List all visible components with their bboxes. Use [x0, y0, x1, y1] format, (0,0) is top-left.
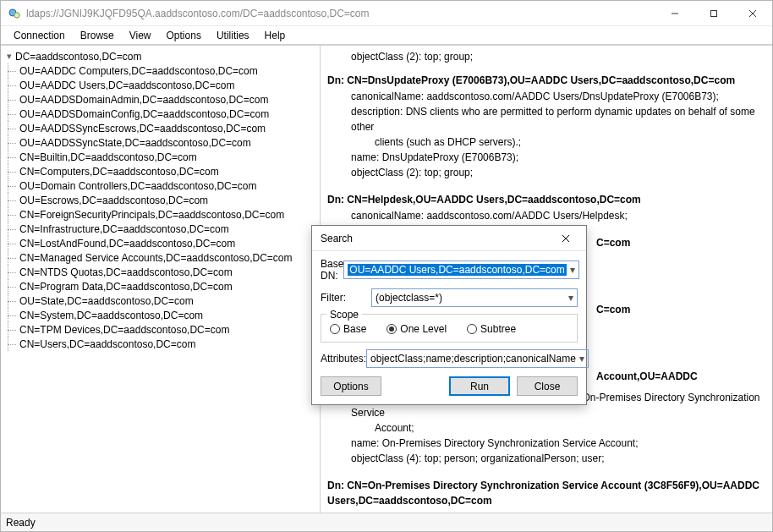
- tree-node[interactable]: CN=Program Data,DC=aaddscontoso,DC=com: [18, 279, 318, 293]
- tree-node[interactable]: OU=Domain Controllers,DC=aaddscontoso,DC…: [18, 178, 318, 193]
- tree-node-label: CN=System,DC=aaddscontoso,DC=com: [19, 310, 203, 321]
- tree-node-label: CN=LostAndFound,DC=aaddscontoso,DC=com: [19, 238, 235, 250]
- menu-item-view[interactable]: View: [122, 28, 159, 43]
- tree-node[interactable]: CN=Managed Service Accounts,DC=aaddscont…: [18, 250, 318, 265]
- close-button[interactable]: Close: [517, 376, 578, 396]
- dialog-titlebar[interactable]: Search: [312, 226, 586, 251]
- result-entry: Dn: CN=Helpdesk,OU=AADDC Users,DC=aaddsc…: [327, 192, 765, 223]
- tree-node-label: CN=Program Data,DC=aaddscontoso,DC=com: [19, 281, 233, 293]
- tree-node[interactable]: OU=AADDSDomainConfig,DC=aaddscontoso,DC=…: [18, 107, 318, 121]
- maximize-button[interactable]: [694, 1, 733, 26]
- dialog-body: Base DN: OU=AADDC Users,DC=aaddscontoso,…: [312, 251, 586, 404]
- menu-item-browse[interactable]: Browse: [73, 28, 122, 43]
- result-dn: Dn: CN=Helpdesk,OU=AADDC Users,DC=aaddsc…: [327, 192, 765, 207]
- dialog-close-button[interactable]: [549, 228, 583, 250]
- dialog-title: Search: [321, 233, 549, 244]
- tree-node[interactable]: OU=AADDC Users,DC=aaddscontoso,DC=com: [18, 78, 318, 92]
- result-attr: canonicalName: aaddscontoso.com/AADDC Us…: [327, 208, 765, 223]
- tree-root-node[interactable]: ▾ DC=aaddscontoso,DC=com: [3, 49, 318, 63]
- tree-node[interactable]: CN=Computers,DC=aaddscontoso,DC=com: [18, 164, 318, 178]
- tree-node[interactable]: OU=AADDSSyncState,DC=aaddscontoso,DC=com: [18, 135, 318, 150]
- result-attr: Account;: [327, 420, 765, 436]
- result-dn: Dn: CN=DnsUpdateProxy (E7006B73),OU=AADD…: [327, 73, 765, 88]
- result-entry: Dn: CN=On-Premises Directory Synchroniza…: [327, 478, 765, 513]
- tree-node-label: CN=TPM Devices,DC=aaddscontoso,DC=com: [19, 324, 229, 336]
- attributes-value: objectClass;name;description;canonicalNa…: [370, 353, 576, 365]
- tree-node-label: OU=State,DC=aaddscontoso,DC=com: [19, 295, 194, 307]
- tree-node[interactable]: CN=Infrastructure,DC=aaddscontoso,DC=com: [18, 222, 318, 236]
- status-text: Ready: [6, 517, 36, 529]
- base-dn-combo[interactable]: OU=AADDC Users,DC=aaddscontoso,DC=com ▾: [343, 261, 578, 279]
- result-attr: name: On-Premises Directory Synchronizat…: [327, 436, 765, 451]
- attributes-label: Attributes:: [321, 353, 366, 365]
- result-entry: Dn: CN=DnsUpdateProxy (E7006B73),OU=AADD…: [327, 73, 765, 180]
- svg-point-1: [14, 12, 19, 17]
- collapse-icon[interactable]: ▾: [4, 52, 14, 61]
- tree-node-label: DC=aaddscontoso,DC=com: [15, 51, 141, 63]
- result-dn: Dn: CN=On-Premises Directory Synchroniza…: [327, 478, 765, 508]
- tree-node-label: OU=Domain Controllers,DC=aaddscontoso,DC…: [19, 180, 256, 192]
- result-attr: canonicalName: aaddscontoso.com/AADDC Us…: [327, 509, 765, 513]
- radio-label: One Level: [400, 323, 447, 335]
- tree-node-label: CN=Managed Service Accounts,DC=aaddscont…: [19, 252, 293, 264]
- tree-node-label: CN=Computers,DC=aaddscontoso,DC=com: [19, 166, 219, 178]
- minimize-button[interactable]: [655, 1, 694, 26]
- filter-combo[interactable]: (objectclass=*) ▾: [371, 288, 578, 307]
- tree-node[interactable]: CN=Users,DC=aaddscontoso,DC=com: [18, 337, 318, 351]
- tree-node[interactable]: CN=ForeignSecurityPrincipals,DC=aaddscon…: [18, 207, 318, 222]
- base-dn-label: Base DN:: [321, 258, 343, 282]
- tree-node[interactable]: OU=AADDSDomainAdmin,DC=aaddscontoso,DC=c…: [18, 92, 318, 107]
- tree-node-label: CN=Infrastructure,DC=aaddscontoso,DC=com: [19, 223, 229, 235]
- menu-item-connection[interactable]: Connection: [6, 28, 73, 43]
- close-button[interactable]: [733, 1, 772, 26]
- tree-node-label: OU=AADDC Users,DC=aaddscontoso,DC=com: [19, 80, 234, 91]
- result-attr: description: DNS clients who are permitt…: [327, 104, 765, 134]
- search-dialog: Search Base DN: OU=AADDC Users,DC=aaddsc…: [311, 225, 587, 405]
- tree-node[interactable]: OU=Escrows,DC=aaddscontoso,DC=com: [18, 193, 318, 207]
- tree-node-label: CN=Users,DC=aaddscontoso,DC=com: [19, 338, 195, 350]
- result-attr: objectClass (4): top; person; organizati…: [327, 451, 765, 466]
- options-button[interactable]: Options: [321, 376, 381, 396]
- menu-item-options[interactable]: Options: [159, 28, 209, 43]
- tree-node[interactable]: CN=TPM Devices,DC=aaddscontoso,DC=com: [18, 322, 318, 337]
- result-line: objectClass (2): top; group;: [327, 49, 765, 64]
- base-dn-value: OU=AADDC Users,DC=aaddscontoso,DC=com: [348, 264, 566, 276]
- tree-node[interactable]: OU=AADDC Computers,DC=aaddscontoso,DC=co…: [18, 63, 318, 78]
- scope-base-radio[interactable]: Base: [330, 323, 366, 335]
- menu-item-help[interactable]: Help: [257, 28, 293, 43]
- tree-node[interactable]: CN=NTDS Quotas,DC=aaddscontoso,DC=com: [18, 265, 318, 279]
- tree-node-label: OU=AADDSSyncEscrows,DC=aaddscontoso,DC=c…: [19, 123, 266, 134]
- chevron-down-icon: ▾: [565, 292, 573, 304]
- tree-node[interactable]: CN=LostAndFound,DC=aaddscontoso,DC=com: [18, 236, 318, 250]
- attributes-combo[interactable]: objectClass;name;description;canonicalNa…: [366, 349, 589, 368]
- statusbar: Ready: [1, 513, 772, 531]
- tree-node[interactable]: CN=System,DC=aaddscontoso,DC=com: [18, 308, 318, 322]
- tree-node[interactable]: OU=AADDSSyncEscrows,DC=aaddscontoso,DC=c…: [18, 121, 318, 135]
- window-controls: [655, 1, 772, 26]
- chevron-down-icon: ▾: [567, 264, 575, 276]
- titlebar: ldaps://JGNIJ9KJQFD95QA.aaddscontoso.com…: [1, 1, 772, 26]
- filter-value: (objectclass=*): [376, 292, 565, 304]
- tree-node-label: OU=AADDC Computers,DC=aaddscontoso,DC=co…: [19, 65, 258, 77]
- scope-onelevel-radio[interactable]: One Level: [386, 323, 447, 335]
- radio-label: Base: [343, 323, 366, 335]
- tree-node[interactable]: CN=Builtin,DC=aaddscontoso,DC=com: [18, 150, 318, 164]
- app-icon: [8, 7, 21, 20]
- filter-label: Filter:: [321, 292, 371, 304]
- tree-pane[interactable]: ▾ DC=aaddscontoso,DC=com OU=AADDC Comput…: [1, 46, 321, 513]
- scope-subtree-radio[interactable]: Subtree: [467, 323, 516, 335]
- window-title: ldaps://JGNIJ9KJQFD95QA.aaddscontoso.com…: [26, 8, 655, 19]
- tree-node-label: OU=AADDSDomainConfig,DC=aaddscontoso,DC=…: [19, 108, 269, 120]
- svg-rect-3: [711, 10, 717, 16]
- tree-node-label: OU=AADDSDomainAdmin,DC=aaddscontoso,DC=c…: [19, 94, 268, 106]
- tree-node-label: CN=NTDS Quotas,DC=aaddscontoso,DC=com: [19, 266, 233, 278]
- result-attr: name: DnsUpdateProxy (E7006B73);: [327, 150, 765, 165]
- result-attr: clients (such as DHCP servers).;: [327, 134, 765, 150]
- tree-node-label: CN=ForeignSecurityPrincipals,DC=aaddscon…: [19, 209, 284, 221]
- run-button[interactable]: Run: [449, 376, 510, 396]
- menu-item-utilities[interactable]: Utilities: [209, 28, 257, 43]
- chevron-down-icon: ▾: [576, 353, 584, 365]
- result-attr: canonicalName: aaddscontoso.com/AADDC Us…: [327, 89, 765, 104]
- radio-label: Subtree: [480, 323, 516, 335]
- tree-node[interactable]: OU=State,DC=aaddscontoso,DC=com: [18, 293, 318, 308]
